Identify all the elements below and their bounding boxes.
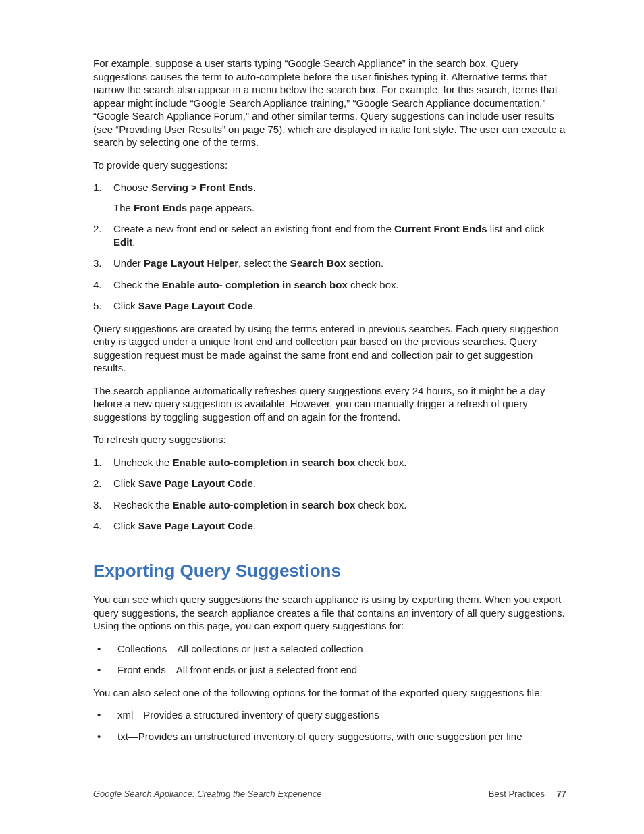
footer-left: Google Search Appliance: Creating the Se… bbox=[93, 789, 321, 799]
lead-in-1: To provide query suggestions: bbox=[93, 159, 566, 172]
list-text: Create a new front end or select an exis… bbox=[113, 222, 566, 249]
list-item: • txt—Provides an unstructured inventory… bbox=[93, 730, 566, 744]
bold-text: Edit bbox=[113, 236, 132, 248]
bold-text: Front Ends bbox=[134, 202, 187, 213]
text-run: The bbox=[113, 202, 134, 213]
bold-text: Search Box bbox=[290, 257, 346, 269]
list-text: Click Save Page Layout Code. bbox=[113, 519, 566, 533]
bold-text: Current Front Ends bbox=[394, 223, 487, 234]
list-item: 4. Click Save Page Layout Code. bbox=[93, 519, 566, 533]
text-run: Choose bbox=[113, 182, 151, 193]
list-item: • Front ends—All front ends or just a se… bbox=[93, 663, 566, 677]
text-run: Click bbox=[113, 520, 138, 531]
text-run: Recheck the bbox=[113, 499, 173, 511]
list-text: Under Page Layout Helper, select the Sea… bbox=[113, 257, 566, 270]
list-text: Front ends—All front ends or just a sele… bbox=[117, 663, 566, 677]
list-item: 3. Under Page Layout Helper, select the … bbox=[93, 257, 566, 270]
list-text: Choose Serving > Front Ends. The Front E… bbox=[113, 181, 566, 214]
bold-text: Page Layout Helper bbox=[144, 257, 238, 269]
page-footer: Google Search Appliance: Creating the Se… bbox=[93, 789, 566, 799]
text-run: section. bbox=[346, 257, 383, 269]
text-run: list and click bbox=[487, 223, 545, 234]
list-number: 3. bbox=[93, 257, 113, 270]
ordered-list-1: 1. Choose Serving > Front Ends. The Fron… bbox=[93, 181, 566, 313]
list-number: 2. bbox=[93, 222, 113, 249]
list-number: 3. bbox=[93, 498, 113, 512]
list-item: 2. Create a new front end or select an e… bbox=[93, 222, 566, 249]
bullet-list-1: • Collections—All collections or just a … bbox=[93, 642, 566, 677]
list-text: Collections—All collections or just a se… bbox=[117, 642, 566, 656]
section-heading: Exporting Query Suggestions bbox=[93, 560, 566, 583]
page-content: For example, suppose a user starts typin… bbox=[0, 0, 644, 743]
bold-text: Save Page Layout Code bbox=[138, 477, 253, 489]
bold-text: Serving > Front Ends bbox=[151, 182, 253, 193]
bold-text: Enable auto-completion in search box bbox=[173, 457, 356, 468]
paragraph: Query suggestions are created by using t… bbox=[93, 322, 566, 375]
list-text: Recheck the Enable auto-completion in se… bbox=[113, 498, 566, 512]
list-text: Click Save Page Layout Code. bbox=[113, 477, 566, 490]
list-text: Click Save Page Layout Code. bbox=[113, 299, 566, 313]
paragraph: You can also select one of the following… bbox=[93, 686, 566, 700]
list-item: 1. Choose Serving > Front Ends. The Fron… bbox=[93, 181, 566, 214]
text-run: Check the bbox=[113, 279, 162, 290]
bullet-list-2: • xml—Provides a structured inventory of… bbox=[93, 708, 566, 743]
bullet-icon: • bbox=[93, 730, 117, 744]
list-number: 1. bbox=[93, 181, 113, 214]
list-number: 5. bbox=[93, 299, 113, 313]
footer-right: Best Practices 77 bbox=[489, 789, 566, 799]
text-run: . bbox=[132, 236, 135, 248]
list-number: 4. bbox=[93, 519, 113, 533]
bold-text: Save Page Layout Code bbox=[138, 300, 253, 311]
text-run: . bbox=[253, 520, 256, 531]
list-text: txt—Provides an unstructured inventory o… bbox=[117, 730, 566, 744]
list-text: Check the Enable auto- completion in sea… bbox=[113, 278, 566, 292]
page-number: 77 bbox=[557, 789, 566, 799]
list-number: 4. bbox=[93, 278, 113, 292]
bold-text: Save Page Layout Code bbox=[138, 520, 253, 531]
list-item: 5. Click Save Page Layout Code. bbox=[93, 299, 566, 313]
text-run: Uncheck the bbox=[113, 457, 173, 468]
list-item: 2. Click Save Page Layout Code. bbox=[93, 477, 566, 490]
text-run: Create a new front end or select an exis… bbox=[113, 223, 394, 234]
list-item: • xml—Provides a structured inventory of… bbox=[93, 708, 566, 722]
text-run: page appears. bbox=[187, 202, 254, 213]
text-run: Click bbox=[113, 477, 138, 489]
bullet-icon: • bbox=[93, 708, 117, 722]
text-run: , select the bbox=[238, 257, 290, 269]
bullet-icon: • bbox=[93, 663, 117, 677]
lead-in-2: To refresh query suggestions: bbox=[93, 433, 566, 446]
text-run: Under bbox=[113, 257, 144, 269]
list-number: 1. bbox=[93, 456, 113, 469]
bullet-icon: • bbox=[93, 642, 117, 656]
text-run: . bbox=[253, 477, 256, 489]
paragraph: The search appliance automatically refre… bbox=[93, 384, 566, 424]
list-item: 3. Recheck the Enable auto-completion in… bbox=[93, 498, 566, 512]
ordered-list-2: 1. Uncheck the Enable auto-completion in… bbox=[93, 456, 566, 533]
bold-text: Enable auto- completion in search box bbox=[162, 279, 348, 290]
sub-paragraph: The Front Ends page appears. bbox=[113, 201, 566, 215]
intro-paragraph: For example, suppose a user starts typin… bbox=[93, 57, 566, 149]
list-number: 2. bbox=[93, 477, 113, 490]
list-text: xml—Provides a structured inventory of q… bbox=[117, 708, 566, 722]
text-run: check box. bbox=[348, 279, 399, 290]
footer-section: Best Practices bbox=[489, 789, 545, 799]
list-text: Uncheck the Enable auto-completion in se… bbox=[113, 456, 566, 469]
text-run: check box. bbox=[355, 457, 406, 468]
paragraph: You can see which query suggestions the … bbox=[93, 593, 566, 633]
text-run: . bbox=[253, 300, 256, 311]
list-item: • Collections—All collections or just a … bbox=[93, 642, 566, 656]
bold-text: Enable auto-completion in search box bbox=[173, 499, 356, 511]
list-item: 4. Check the Enable auto- completion in … bbox=[93, 278, 566, 292]
text-run: Click bbox=[113, 300, 138, 311]
list-item: 1. Uncheck the Enable auto-completion in… bbox=[93, 456, 566, 469]
text-run: . bbox=[253, 182, 256, 193]
text-run: check box. bbox=[355, 499, 406, 511]
